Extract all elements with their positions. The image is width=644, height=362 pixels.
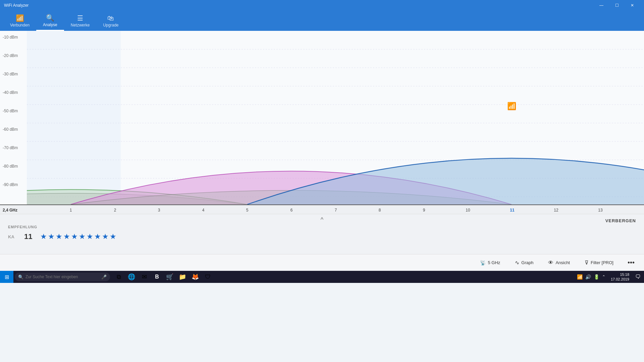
- nav-upgrade-label: Upgrade: [103, 23, 118, 27]
- empfehlung-title: EMPFEHLUNG: [8, 225, 636, 229]
- taskbar-search-input[interactable]: [25, 275, 99, 279]
- window-controls: — ☐ ✕: [594, 0, 640, 11]
- recommended-channel: 11: [24, 232, 34, 241]
- channel-11-label: 11: [510, 208, 514, 213]
- ansicht-label: Ansicht: [555, 260, 570, 265]
- verbergen-button[interactable]: VERBERGEN: [605, 218, 636, 223]
- x-axis-start-label: 2,4 GHz: [3, 208, 17, 213]
- battery-icon: 🔋: [594, 274, 599, 280]
- taskbar-search-area: 🔍 🎤: [15, 273, 110, 281]
- more-button[interactable]: •••: [625, 257, 637, 268]
- channel-4-label: 4: [202, 208, 205, 213]
- channel-7-label: 7: [335, 208, 337, 213]
- y-label-30: -30 dBm: [0, 72, 18, 76]
- five-ghz-button[interactable]: 📡 5 GHz: [477, 259, 503, 267]
- nav-verbunden[interactable]: 📶 Verbunden: [3, 11, 36, 31]
- filter-button[interactable]: ⊽ Filter [PRO]: [581, 258, 617, 267]
- nav-analyse-label: Analyse: [43, 22, 57, 27]
- volume-icon: 🔊: [585, 274, 591, 280]
- channel-9-label: 9: [423, 208, 425, 213]
- taskbar-app-view[interactable]: ⧉: [113, 271, 125, 283]
- maximize-button[interactable]: ☐: [609, 0, 625, 11]
- channel-13-label: 13: [598, 208, 602, 213]
- taskbar-apps: ⧉ 🌐 ✉ B 🛒 📁 🦊 🛡: [113, 271, 214, 283]
- navbar: 📶 Verbunden 🔍 Analyse ☰ Netzwerke 🛍 Upgr…: [0, 11, 644, 31]
- netzwerke-icon: ☰: [77, 14, 83, 22]
- channel-stars: ★★★★★★★★★★: [40, 232, 117, 241]
- taskbar-app-edge[interactable]: 🌐: [125, 271, 138, 283]
- graph-label: Graph: [521, 260, 533, 265]
- y-label-10: -10 dBm: [0, 35, 18, 40]
- graph-icon: ∿: [515, 259, 519, 266]
- svg-text:📶: 📶: [507, 102, 517, 111]
- empfehlung-row: KA 11 ★★★★★★★★★★: [8, 232, 636, 241]
- y-label-70: -70 dBm: [0, 145, 18, 150]
- taskbar-app-b[interactable]: B: [151, 271, 163, 283]
- start-button[interactable]: ⊞: [0, 271, 13, 283]
- ansicht-icon: 👁: [548, 260, 553, 266]
- taskbar-mic-icon: 🎤: [101, 275, 107, 280]
- ka-label: KA: [8, 234, 18, 239]
- taskbar-app-mail[interactable]: ✉: [138, 271, 150, 283]
- up-arrow-icon[interactable]: ⌃: [602, 275, 605, 279]
- nav-netzwerke[interactable]: ☰ Netzwerke: [64, 11, 97, 31]
- upgrade-icon: 🛍: [107, 14, 114, 22]
- channel-12-label: 12: [554, 208, 558, 213]
- graph-button[interactable]: ∿ Graph: [512, 258, 537, 267]
- y-label-80: -80 dBm: [0, 164, 18, 169]
- ansicht-button[interactable]: 👁 Ansicht: [545, 258, 573, 267]
- titlebar: WiFi Analyzer — ☐ ✕: [0, 0, 644, 11]
- svg-rect-9: [27, 31, 121, 204]
- nav-upgrade[interactable]: 🛍 Upgrade: [96, 11, 125, 31]
- x-axis: 2,4 GHz 1 2 3 4 5 6 7 8 9 10 11 12 13: [0, 204, 644, 214]
- channel-2-label: 2: [114, 208, 116, 213]
- y-axis: -10 dBm -20 dBm -30 dBm -40 dBm -50 dBm …: [0, 31, 27, 204]
- toolbar: 📡 5 GHz ∿ Graph 👁 Ansicht ⊽ Filter [PRO]…: [0, 254, 644, 271]
- chart-area: -10 dBm -20 dBm -30 dBm -40 dBm -50 dBm …: [0, 31, 644, 204]
- toggle-panel-button[interactable]: ^: [321, 216, 323, 223]
- systray: 📶 🔊 🔋 ⌃: [574, 274, 608, 280]
- taskbar-app-shield[interactable]: 🛡: [202, 271, 214, 283]
- y-label-60: -60 dBm: [0, 127, 18, 132]
- app-title: WiFi Analyzer: [4, 3, 29, 8]
- clock-time: 15:18: [620, 272, 629, 277]
- channel-5-label: 5: [246, 208, 249, 213]
- taskbar-right: 📶 🔊 🔋 ⌃ 15:18 17.02.2019 🗨: [574, 271, 644, 283]
- minimize-button[interactable]: —: [594, 0, 609, 11]
- y-label-20: -20 dBm: [0, 53, 18, 58]
- channel-8-label: 8: [379, 208, 381, 213]
- channel-3-label: 3: [158, 208, 160, 213]
- y-label-90: -90 dBm: [0, 182, 18, 187]
- five-ghz-icon: 📡: [480, 260, 486, 265]
- taskbar: ⊞ 🔍 🎤 ⧉ 🌐 ✉ B 🛒 📁 🦊 🛡 📶 🔊 🔋 ⌃ 15:18 17.0…: [0, 271, 644, 283]
- notification-button[interactable]: 🗨: [632, 271, 644, 283]
- wifi-systray-icon: 📶: [577, 274, 583, 280]
- close-button[interactable]: ✕: [625, 0, 640, 11]
- nav-netzwerke-label: Netzwerke: [71, 23, 90, 27]
- channel-6-label: 6: [290, 208, 293, 213]
- taskbar-app-store[interactable]: 🛒: [164, 271, 176, 283]
- nav-verbunden-label: Verbunden: [10, 23, 30, 27]
- taskbar-app-explorer[interactable]: 📁: [176, 271, 189, 283]
- five-ghz-label: 5 GHz: [488, 260, 500, 265]
- bottom-panel: ^ VERBERGEN EMPFEHLUNG KA 11 ★★★★★★★★★★: [0, 214, 644, 254]
- analyse-icon: 🔍: [46, 14, 54, 22]
- y-label-40: -40 dBm: [0, 90, 18, 95]
- taskbar-app-firefox[interactable]: 🦊: [189, 271, 201, 283]
- clock-date: 17.02.2019: [611, 277, 629, 282]
- verbunden-icon: 📶: [16, 14, 24, 22]
- channel-1-label: 1: [70, 208, 72, 213]
- y-label-50: -50 dBm: [0, 109, 18, 113]
- nav-analyse[interactable]: 🔍 Analyse: [36, 11, 64, 31]
- chart-svg: 📶: [27, 31, 644, 204]
- taskbar-search-icon: 🔍: [18, 275, 23, 280]
- filter-icon: ⊽: [585, 259, 589, 266]
- filter-label: Filter [PRO]: [591, 260, 613, 265]
- taskbar-clock[interactable]: 15:18 17.02.2019: [608, 272, 632, 282]
- channel-10-label: 10: [466, 208, 470, 213]
